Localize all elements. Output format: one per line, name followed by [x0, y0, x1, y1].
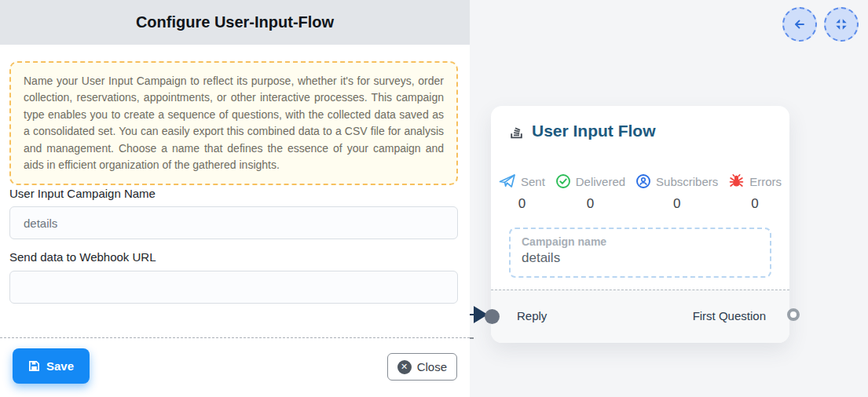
- fit-view-button[interactable]: [824, 7, 859, 42]
- stat-errors: Errors 0: [728, 173, 782, 212]
- webhook-url-label: Send data to Webhook URL: [9, 250, 156, 264]
- stat-subscribers: Subscribers 0: [635, 173, 718, 212]
- back-button[interactable]: [782, 7, 817, 42]
- save-icon: [28, 360, 40, 372]
- campaign-name-display-value: details: [522, 250, 759, 266]
- first-question-label: First Question: [693, 309, 766, 322]
- errors-count: 0: [751, 196, 758, 212]
- subscribers-count: 0: [673, 196, 680, 212]
- close-button-label: Close: [417, 360, 447, 373]
- reply-target-handle[interactable]: [485, 309, 500, 324]
- check-circle-icon: [555, 173, 571, 189]
- webhook-url-input[interactable]: [9, 271, 458, 304]
- save-button[interactable]: Save: [13, 348, 90, 384]
- config-panel: Configure User-Input-Flow Name your User…: [0, 0, 470, 397]
- first-question-source-handle[interactable]: [787, 308, 800, 321]
- arrow-left-icon: [793, 17, 807, 31]
- campaign-name-display[interactable]: Campaign name details: [509, 228, 771, 278]
- panel-header: Configure User-Input-Flow: [0, 0, 470, 45]
- node-title: User Input Flow: [532, 122, 656, 140]
- stats-row: Sent 0 Delivered 0: [499, 173, 782, 212]
- campaign-name-display-label: Campaign name: [522, 235, 759, 248]
- campaign-name-input[interactable]: [9, 206, 458, 239]
- close-button[interactable]: ✕ Close: [387, 353, 457, 381]
- stat-delivered: Delivered 0: [555, 173, 625, 212]
- campaign-name-label: User Input Campaign Name: [9, 187, 156, 200]
- bug-icon: [728, 173, 745, 189]
- footer-divider: [0, 337, 470, 338]
- save-button-label: Save: [46, 359, 74, 373]
- node-footer: Reply First Question: [491, 290, 789, 343]
- reply-label: Reply: [517, 309, 547, 322]
- page-title: Configure User-Input-Flow: [0, 0, 470, 45]
- sent-count: 0: [518, 196, 526, 212]
- close-icon: ✕: [397, 360, 412, 374]
- user-input-flow-node[interactable]: User Input Flow Sent 0: [491, 106, 789, 343]
- stat-sent: Sent 0: [499, 173, 545, 212]
- flow-canvas[interactable]: User Input Flow Sent 0: [470, 0, 868, 397]
- user-circle-icon: [635, 173, 651, 189]
- delivered-count: 0: [587, 196, 594, 212]
- stack-icon: [508, 123, 525, 140]
- paper-plane-icon: [499, 173, 516, 189]
- compress-view-icon: [835, 18, 848, 31]
- campaign-info-note: Name your User Input Campaign to reflect…: [9, 61, 458, 185]
